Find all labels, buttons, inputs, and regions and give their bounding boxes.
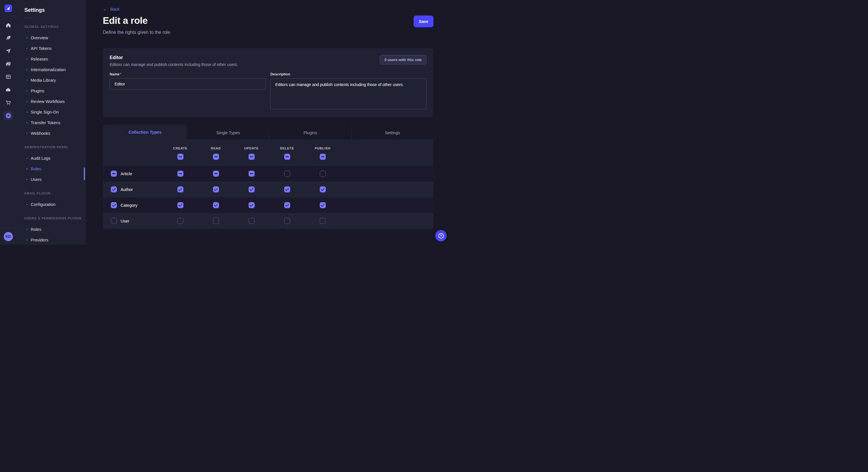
row-name-cell: Author xyxy=(103,187,162,193)
subnav-item-overview[interactable]: Overview xyxy=(17,32,85,43)
category-read-checkbox[interactable] xyxy=(213,202,219,208)
back-arrow-icon: ← xyxy=(103,7,107,11)
permissions-tabs: Collection TypesSingle TypesPluginsSetti… xyxy=(103,125,433,140)
subnav-item-label: Transfer Tokens xyxy=(31,121,60,125)
article-publish-checkbox[interactable] xyxy=(320,171,326,177)
permission-row-author: Author xyxy=(103,181,433,197)
subnav-item-roles[interactable]: Roles xyxy=(17,224,85,235)
cell-category-create xyxy=(162,202,198,208)
help-button[interactable]: ? xyxy=(435,230,446,241)
subnav-item-label: Media Library xyxy=(31,78,56,82)
category-row-checkbox[interactable] xyxy=(111,202,117,208)
description-textarea[interactable]: Editors can manage and publish contents … xyxy=(270,78,427,109)
tab-plugins[interactable]: Plugins xyxy=(269,126,351,140)
subnav-item-configuration[interactable]: Configuration xyxy=(17,199,85,210)
cloud-icon[interactable] xyxy=(3,85,13,94)
select-all-publish-checkbox[interactable] xyxy=(320,154,326,160)
avatar[interactable]: KD xyxy=(4,232,13,241)
row-name-cell: Category xyxy=(103,202,162,208)
settings-gear-icon[interactable] xyxy=(3,111,13,120)
article-update-checkbox[interactable] xyxy=(249,171,255,177)
home-icon[interactable] xyxy=(3,21,13,30)
strapi-logo-icon[interactable] xyxy=(5,5,12,12)
author-create-checkbox[interactable] xyxy=(177,187,183,193)
cell-article-publish xyxy=(305,171,340,177)
subnav-item-label: Providers xyxy=(31,238,48,242)
subnav-item-single-sign-on[interactable]: Single Sign-On xyxy=(17,107,85,117)
user-row-checkbox[interactable] xyxy=(111,218,117,224)
column-label: PUBLISH xyxy=(315,146,331,150)
author-read-checkbox[interactable] xyxy=(213,187,219,193)
header-column-update: UPDATE xyxy=(234,140,269,166)
bullet-icon xyxy=(26,158,28,159)
subnav-item-media-library[interactable]: Media Library xyxy=(17,75,85,86)
subnav-item-roles[interactable]: Roles xyxy=(17,164,85,174)
user-read-checkbox[interactable] xyxy=(213,218,219,224)
article-create-checkbox[interactable] xyxy=(177,171,183,177)
category-create-checkbox[interactable] xyxy=(177,202,183,208)
user-create-checkbox[interactable] xyxy=(177,218,183,224)
header-column-read: READ xyxy=(198,140,234,166)
author-row-checkbox[interactable] xyxy=(111,187,117,193)
subnav-item-users[interactable]: Users xyxy=(17,174,85,185)
role-description-heading: Editors can manage and publish contents … xyxy=(110,62,238,67)
subnav-item-transfer-tokens[interactable]: Transfer Tokens xyxy=(17,117,85,128)
subnav-section-header: GLOBAL SETTINGS xyxy=(17,25,85,28)
subnav-item-releases[interactable]: Releases xyxy=(17,54,85,64)
role-name-heading: Editor xyxy=(110,55,238,60)
author-delete-checkbox[interactable] xyxy=(284,187,290,193)
user-delete-checkbox[interactable] xyxy=(284,218,290,224)
feather-icon[interactable] xyxy=(3,34,13,43)
content-type-builder-icon[interactable] xyxy=(3,72,13,81)
back-link[interactable]: ← Back xyxy=(103,7,119,11)
header-column-create: CREATE xyxy=(162,140,198,166)
subnav-item-review-workflows[interactable]: Review Workflows xyxy=(17,96,85,107)
category-publish-checkbox[interactable] xyxy=(320,202,326,208)
name-field-group: Name* xyxy=(110,72,266,110)
permission-row-article: Article xyxy=(103,166,433,181)
subnav-section-header: EMAIL PLUGIN xyxy=(17,192,85,195)
bullet-icon xyxy=(26,80,28,81)
tab-single-types[interactable]: Single Types xyxy=(187,126,269,140)
category-delete-checkbox[interactable] xyxy=(284,202,290,208)
select-all-delete-checkbox[interactable] xyxy=(284,154,290,160)
select-all-read-checkbox[interactable] xyxy=(213,154,219,160)
subnav-item-providers[interactable]: Providers xyxy=(17,235,85,245)
page-header: Edit a role Save xyxy=(103,15,433,27)
select-all-update-checkbox[interactable] xyxy=(249,154,255,160)
paper-plane-icon[interactable] xyxy=(3,46,13,56)
author-publish-checkbox[interactable] xyxy=(320,187,326,193)
page-title: Edit a role xyxy=(103,15,148,26)
back-label: Back xyxy=(110,7,119,11)
tab-settings[interactable]: Settings xyxy=(351,126,433,140)
article-read-checkbox[interactable] xyxy=(213,171,219,177)
bullet-icon xyxy=(26,37,28,38)
settings-subnav: Settings GLOBAL SETTINGSOverviewAPI Toke… xyxy=(17,0,86,245)
media-library-icon[interactable] xyxy=(3,59,13,69)
category-update-checkbox[interactable] xyxy=(249,202,255,208)
subnav-item-internationalization[interactable]: Internationalization xyxy=(17,64,85,75)
subnav-item-plugins[interactable]: Plugins xyxy=(17,86,85,96)
article-row-checkbox[interactable] xyxy=(111,171,117,177)
article-delete-checkbox[interactable] xyxy=(284,171,290,177)
subnav-scrollbar-thumb[interactable] xyxy=(84,167,85,180)
logo-section xyxy=(0,0,17,17)
subnav-item-webhooks[interactable]: Webhooks xyxy=(17,128,85,138)
required-asterisk: * xyxy=(120,72,121,76)
subnav-item-api-tokens[interactable]: API Tokens xyxy=(17,43,85,54)
user-update-checkbox[interactable] xyxy=(249,218,255,224)
subnav-item-audit-logs[interactable]: Audit Logs xyxy=(17,153,85,164)
permission-row-user: User xyxy=(103,213,433,229)
name-input[interactable] xyxy=(110,78,266,90)
author-update-checkbox[interactable] xyxy=(249,187,255,193)
bullet-icon xyxy=(26,69,28,70)
tab-collection-types[interactable]: Collection Types xyxy=(103,125,187,140)
marketplace-cart-icon[interactable] xyxy=(3,98,13,107)
save-button[interactable]: Save xyxy=(414,15,433,27)
user-publish-checkbox[interactable] xyxy=(320,218,326,224)
row-name-cell: Article xyxy=(103,171,162,177)
page-subtitle: Define the rights given to the role xyxy=(103,30,433,35)
permissions-table-header: CREATEREADUPDATEDELETEPUBLISH xyxy=(103,140,433,166)
select-all-create-checkbox[interactable] xyxy=(177,154,183,160)
subnav-sections: GLOBAL SETTINGSOverviewAPI TokensRelease… xyxy=(17,25,85,245)
